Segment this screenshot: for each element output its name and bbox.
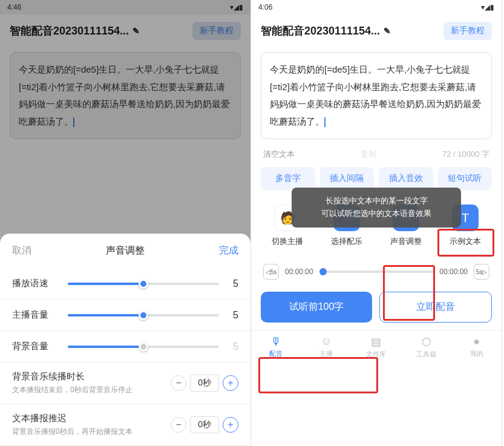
bg-volume-slider[interactable] (68, 346, 219, 348)
tab-pause[interactable]: 插入间隔 (320, 167, 375, 190)
nav-me[interactable]: ● 我的 (451, 335, 502, 359)
status-time: 4:06 (258, 3, 272, 11)
tab-preview[interactable]: 短句试听 (438, 167, 493, 190)
bg-duration-stepper[interactable]: − 0秒 + (171, 375, 238, 392)
face-icon: ☺ (321, 335, 332, 348)
nav-tools[interactable]: ⬡ 工具箱 (401, 335, 451, 359)
volume-slider[interactable] (68, 314, 219, 316)
sheet-title: 声音调整 (106, 244, 145, 257)
toolbox-icon: ⬡ (422, 335, 431, 349)
folder-icon: ▤ (371, 335, 381, 349)
volume-slider-row: 主播音量 5 (0, 300, 250, 331)
mic-icon: 🎙 (270, 335, 281, 348)
clear-button[interactable]: 清空文本 (263, 149, 295, 160)
minus-button[interactable]: − (171, 375, 186, 391)
progress-slider[interactable] (319, 271, 434, 273)
tab-sfx[interactable]: 插入音效 (379, 167, 433, 190)
bg-duration-row: 背景音乐续播时长 文本播报结束后，0秒后背景音乐停止 − 0秒 + (0, 362, 250, 404)
nav-files[interactable]: ▤ 文件库 (352, 335, 402, 359)
phone-right: 4:06 ▾◢▮ 智能配音20230111154... ✎ 新手教程 今天是奶奶… (251, 0, 502, 446)
action-row: 试听前100字 立即配音 (251, 284, 502, 330)
bg-volume-slider-row: 背景音量 5 (0, 331, 250, 362)
status-bar: 4:06 ▾◢▮ (251, 0, 502, 15)
speed-slider-row: 播放语速 5 (0, 268, 250, 300)
phone-left: 4:46 ▾◢▮ 智能配音20230111154... ✎ 新手教程 今天是奶奶… (0, 0, 251, 446)
progress-row: ◁5s 00:00:00 00:00:00 5s▷ (251, 259, 502, 284)
edit-icon[interactable]: ✎ (384, 26, 391, 36)
tutorial-button[interactable]: 新手教程 (443, 22, 492, 40)
toast-tip: 长按选中文本中的某一段文字 可以试听您选中的文本语音效果 (292, 188, 461, 228)
rewind-button[interactable]: ◁5s (263, 264, 279, 280)
profile-icon: ● (473, 335, 480, 348)
copy-button[interactable]: 复制 (361, 149, 376, 160)
cancel-button[interactable]: 取消 (12, 244, 31, 257)
forward-button[interactable]: 5s▷ (474, 264, 489, 280)
status-icons: ▾◢▮ (481, 3, 494, 11)
nav-host[interactable]: ☺ 主播 (301, 335, 352, 359)
preview-button[interactable]: 试听前100字 (261, 292, 372, 323)
header: 智能配音20230111154... ✎ 新手教程 (251, 15, 502, 47)
done-button[interactable]: 完成 (219, 244, 238, 257)
nav-dubbing[interactable]: 🎙 配音 (251, 335, 301, 359)
page-title[interactable]: 智能配音20230111154... ✎ (261, 24, 391, 38)
tab-polyphone[interactable]: 多音字 (261, 167, 315, 190)
highlight-preview (258, 357, 378, 393)
generate-button[interactable]: 立即配音 (379, 292, 492, 323)
delay-stepper[interactable]: − 0秒 + (171, 416, 238, 433)
plus-button[interactable]: + (223, 417, 238, 433)
text-editor[interactable]: 今天是奶奶的[=de5]生日。一大早,小兔子七七就提[=ti2]着小竹篮子向小树… (261, 52, 492, 139)
char-count: 72 / 10000 字 (442, 149, 489, 160)
clear-row: 清空文本 复制 72 / 10000 字 (251, 144, 502, 165)
minus-button[interactable]: − (171, 417, 186, 433)
bottom-nav: 🎙 配音 ☺ 主播 ▤ 文件库 ⬡ 工具箱 ● 我的 (251, 330, 502, 361)
speed-slider[interactable] (68, 283, 219, 285)
delay-row: 文本播报推迟 背景音乐播报0秒后，再开始播报文本 − 0秒 + (0, 404, 250, 446)
plus-button[interactable]: + (223, 375, 238, 391)
sound-adjust-sheet: 取消 声音调整 完成 播放语速 5 主播音量 5 背景音量 (0, 234, 250, 446)
